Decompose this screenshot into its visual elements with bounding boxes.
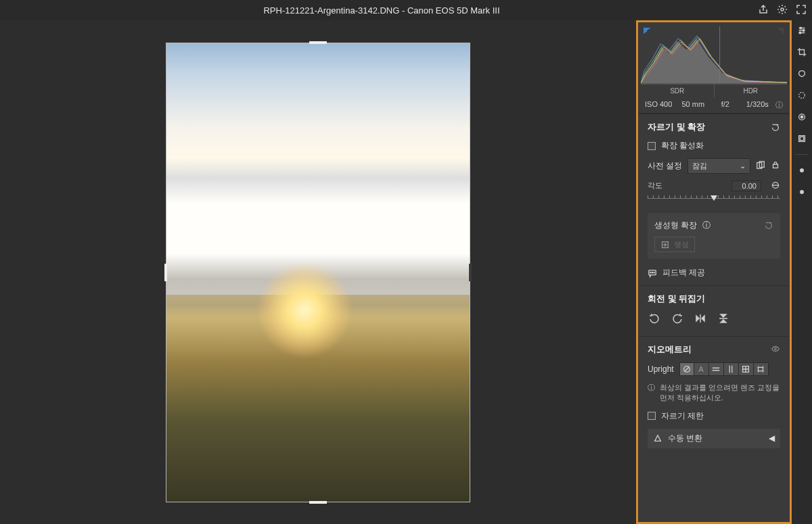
separator xyxy=(795,154,809,155)
geometry-hint: 최상의 결과를 얻으려면 렌즈 교정을 먼저 적용하십시오. xyxy=(660,383,780,404)
meta-focal: 50 mm xyxy=(677,100,710,110)
svg-point-13 xyxy=(800,27,802,29)
preset-value: 잠김 xyxy=(692,161,707,171)
svg-point-15 xyxy=(799,32,801,34)
geometry-heading: 지오메트리 xyxy=(648,343,692,356)
upright-off-button[interactable] xyxy=(679,362,694,376)
gen-heading: 생성형 확장 xyxy=(654,220,697,230)
generative-expand-box: 생성형 확장 ⓘ 생성 xyxy=(648,213,780,259)
svg-point-9 xyxy=(652,272,652,272)
reset-icon[interactable] xyxy=(764,220,773,231)
upright-guided-button[interactable] xyxy=(754,362,769,376)
angle-slider-row: 각도 0.00 xyxy=(648,181,780,204)
svg-point-18 xyxy=(800,116,803,118)
info-icon[interactable]: ⓘ xyxy=(773,100,783,110)
crop-overlay[interactable] xyxy=(166,43,470,502)
crop-handle-bottom[interactable] xyxy=(309,501,327,504)
preset-label: 사전 설정 xyxy=(648,160,682,172)
svg-point-0 xyxy=(781,8,784,11)
crop-tool-icon[interactable] xyxy=(796,46,808,58)
upright-button-group: A xyxy=(679,362,769,376)
geometry-section: 지오메트리 Upright A xyxy=(638,336,790,455)
rotate-section: 회전 및 뒤집기 xyxy=(638,285,790,336)
more-icon[interactable] xyxy=(796,164,808,176)
enable-expand-label: 확장 활성화 xyxy=(661,140,704,151)
svg-rect-4 xyxy=(773,164,778,168)
tool-strip xyxy=(792,20,812,524)
svg-point-11 xyxy=(775,348,777,350)
manual-transform-label: 수동 변환 xyxy=(668,433,702,444)
upright-auto-button[interactable]: A xyxy=(694,362,709,376)
crop-handle-left[interactable] xyxy=(164,264,167,281)
crop-limit-label: 자르기 제한 xyxy=(661,410,704,422)
sdr-label[interactable]: SDR xyxy=(641,84,714,97)
titlebar: RPH-121221-Argentina-3142.DNG - Canon EO… xyxy=(0,0,812,20)
presets-icon[interactable] xyxy=(796,133,808,145)
histogram[interactable] xyxy=(641,26,787,84)
svg-point-10 xyxy=(654,272,654,272)
angle-slider[interactable] xyxy=(648,194,780,204)
svg-rect-20 xyxy=(800,137,803,140)
rotate-cw-icon[interactable] xyxy=(672,313,683,327)
feedback-label: 피드백 제공 xyxy=(662,267,705,279)
redeye-icon[interactable] xyxy=(796,111,808,123)
angle-value[interactable]: 0.00 xyxy=(731,181,761,191)
reset-icon[interactable] xyxy=(771,122,780,133)
healing-icon[interactable] xyxy=(796,68,808,80)
svg-point-8 xyxy=(650,272,651,272)
export-icon[interactable] xyxy=(758,4,769,17)
upright-vertical-button[interactable] xyxy=(724,362,739,376)
svg-point-14 xyxy=(803,30,805,32)
svg-point-16 xyxy=(799,93,805,99)
flip-vertical-icon[interactable] xyxy=(718,313,729,327)
more-icon-2[interactable] xyxy=(796,186,808,198)
enable-expand-checkbox[interactable] xyxy=(648,142,656,150)
straighten-icon[interactable] xyxy=(771,181,780,191)
info-icon: ⓘ xyxy=(648,383,656,404)
camera-model: Canon EOS 5D Mark III xyxy=(407,5,500,16)
aspect-swap-icon[interactable] xyxy=(756,160,765,172)
crop-limit-checkbox[interactable] xyxy=(648,412,656,420)
preset-select[interactable]: 잠김 ⌄ xyxy=(687,158,750,174)
meta-aperture: f/2 xyxy=(709,100,742,110)
meta-iso: ISO 400 xyxy=(645,100,677,110)
generate-button[interactable]: 생성 xyxy=(654,237,695,252)
gear-icon[interactable] xyxy=(777,4,788,17)
info-icon[interactable]: ⓘ xyxy=(702,220,710,230)
fullscreen-icon[interactable] xyxy=(796,4,807,17)
right-panel: SDR HDR ISO 400 50 mm f/2 1/320s ⓘ 자르기 및… xyxy=(636,20,792,524)
window-title: RPH-121221-Argentina-3142.DNG - Canon EO… xyxy=(5,5,758,16)
canvas[interactable] xyxy=(0,20,636,524)
upright-label: Upright xyxy=(648,364,674,374)
upright-full-button[interactable] xyxy=(739,362,754,376)
rotate-heading: 회전 및 뒤집기 xyxy=(648,293,705,305)
feedback-row[interactable]: 피드백 제공 xyxy=(648,267,780,279)
angle-label: 각도 xyxy=(648,181,662,191)
crop-handle-right[interactable] xyxy=(469,264,472,281)
mask-icon[interactable] xyxy=(796,89,808,101)
sliders-icon[interactable] xyxy=(796,24,808,37)
lock-icon[interactable] xyxy=(771,160,780,172)
chevron-down-icon: ⌄ xyxy=(740,162,746,170)
manual-transform-row[interactable]: 수동 변환 ◀ xyxy=(648,429,780,448)
upright-level-button[interactable] xyxy=(709,362,724,376)
rotate-ccw-icon[interactable] xyxy=(649,313,660,327)
generate-label: 생성 xyxy=(674,239,689,249)
flip-horizontal-icon[interactable] xyxy=(695,313,706,327)
exif-row: ISO 400 50 mm f/2 1/320s ⓘ xyxy=(641,97,787,113)
filename: RPH-121221-Argentina-3142.DNG xyxy=(263,5,399,16)
histogram-section: SDR HDR ISO 400 50 mm f/2 1/320s ⓘ xyxy=(638,22,790,114)
triangle-left-icon: ◀ xyxy=(769,433,775,443)
crop-heading: 자르기 및 확장 xyxy=(648,121,705,133)
crop-section: 자르기 및 확장 확장 활성화 사전 설정 잠김 ⌄ xyxy=(638,114,790,285)
hdr-label[interactable]: HDR xyxy=(714,84,788,97)
meta-shutter: 1/320s xyxy=(742,100,774,110)
eye-icon[interactable] xyxy=(771,344,780,356)
crop-handle-top[interactable] xyxy=(309,41,327,44)
